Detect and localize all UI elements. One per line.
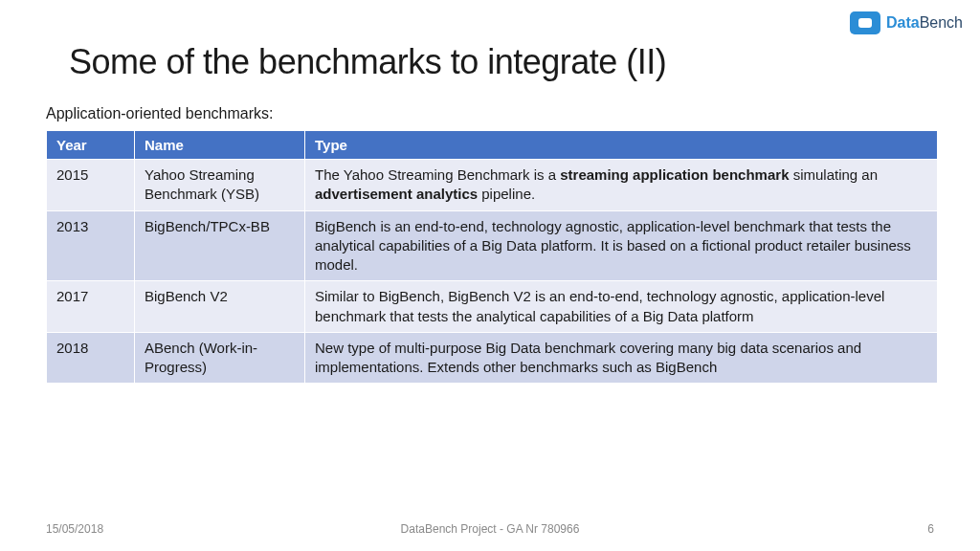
cell-year: 2018 xyxy=(47,332,135,384)
table-row: 2015Yahoo Streaming Benchmark (YSB)The Y… xyxy=(47,160,938,211)
subtitle: Application-oriented benchmarks: xyxy=(46,105,273,122)
benchmarks-table: Year Name Type 2015Yahoo Streaming Bench… xyxy=(46,130,938,384)
footer-date: 15/05/2018 xyxy=(46,522,103,536)
table-row: 2013BigBench/TPCx-BBBigBench is an end-t… xyxy=(47,210,938,281)
table-header-row: Year Name Type xyxy=(47,131,938,160)
cell-year: 2015 xyxy=(47,160,135,211)
cell-name: BigBench/TPCx-BB xyxy=(135,210,305,281)
logo: DataBench xyxy=(850,11,963,34)
col-type-header: Type xyxy=(305,131,938,160)
logo-icon xyxy=(850,11,880,34)
col-name-header: Name xyxy=(135,131,305,160)
cell-year: 2013 xyxy=(47,210,135,281)
cell-type: New type of multi-purpose Big Data bench… xyxy=(305,332,938,384)
footer-project: DataBench Project - GA Nr 780966 xyxy=(401,522,580,536)
logo-text: DataBench xyxy=(886,14,963,32)
table-row: 2018ABench (Work-in-Progress)New type of… xyxy=(47,332,938,384)
table-body: 2015Yahoo Streaming Benchmark (YSB)The Y… xyxy=(47,160,938,384)
cell-type: BigBench is an end-to-end, technology ag… xyxy=(305,210,938,281)
cell-year: 2017 xyxy=(47,281,135,333)
footer-page: 6 xyxy=(927,522,934,536)
cell-name: ABench (Work-in-Progress) xyxy=(135,332,305,384)
logo-primary: Data xyxy=(886,14,920,31)
cell-type: Similar to BigBench, BigBench V2 is an e… xyxy=(305,281,938,333)
page-title: Some of the benchmarks to integrate (II) xyxy=(69,42,666,82)
footer: 15/05/2018 DataBench Project - GA Nr 780… xyxy=(0,522,980,536)
cell-name: BigBench V2 xyxy=(135,281,305,333)
cell-name: Yahoo Streaming Benchmark (YSB) xyxy=(135,160,305,211)
table-row: 2017BigBench V2Similar to BigBench, BigB… xyxy=(47,281,938,333)
logo-suffix: Bench xyxy=(920,14,963,31)
cell-type: The Yahoo Streaming Benchmark is a strea… xyxy=(305,160,938,211)
col-year-header: Year xyxy=(47,131,135,160)
